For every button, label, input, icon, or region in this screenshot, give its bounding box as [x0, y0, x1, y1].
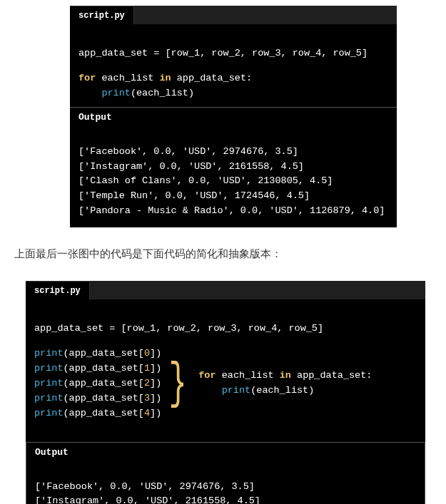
- code-text: (app_data_set[: [64, 348, 144, 359]
- code-text: ]): [150, 363, 161, 374]
- tab-script-2[interactable]: script.py: [26, 281, 90, 299]
- output-line: ['Pandora - Music & Radio', 0.0, 'USD', …: [78, 205, 385, 216]
- index-literal: 0: [144, 348, 150, 359]
- output-body-2: ['Facebook', 0.0, 'USD', 2974676, 3.5] […: [26, 461, 425, 504]
- code-area-1: app_data_set = [row_1, row_2, row_3, row…: [70, 24, 397, 107]
- code-text: (app_data_set[: [64, 363, 144, 374]
- keyword-for: for: [198, 370, 216, 381]
- code-text: ]): [150, 393, 161, 403]
- output-line: ['Facebook', 0.0, 'USD', 2974676, 3.5]: [35, 481, 255, 492]
- code-text: ]): [150, 408, 161, 418]
- code-text: ]): [150, 348, 161, 359]
- keyword-in: in: [159, 73, 171, 83]
- loop-equivalent: for each_list in app_data_set: print(eac…: [198, 369, 372, 398]
- tab-bar: script.py: [70, 6, 397, 24]
- keyword-for: for: [78, 73, 96, 83]
- output-line: ['Facebook', 0.0, 'USD', 2974676, 3.5]: [78, 146, 298, 157]
- code-text: (app_data_set[: [64, 393, 144, 403]
- loop-var: each_list: [101, 73, 153, 83]
- code-text: (app_data_set[: [64, 378, 144, 389]
- tab-script[interactable]: script.py: [70, 6, 134, 24]
- index-literal: 4: [144, 408, 150, 418]
- fn-print: print: [34, 348, 64, 359]
- loop-var: each_list: [222, 370, 274, 381]
- loop-iterable: app_data_set:: [177, 73, 252, 83]
- code-text: (app_data_set[: [64, 408, 144, 418]
- brace-icon: }: [169, 363, 187, 406]
- fn-print: print: [34, 378, 64, 389]
- keyword-in: in: [280, 370, 291, 381]
- fn-print: print: [34, 363, 64, 374]
- fn-print: print: [34, 393, 64, 403]
- expanded-prints: print(app_data_set[0])print(app_data_set…: [34, 346, 161, 421]
- output-line: ['Instagram', 0.0, 'USD', 2161558, 4.5]: [35, 495, 260, 504]
- index-literal: 3: [144, 393, 150, 403]
- fn-print: print: [101, 88, 131, 98]
- index-literal: 1: [144, 363, 150, 374]
- code-line-assign: app_data_set = [row_1, row_2, row_3, row…: [78, 46, 388, 61]
- code-block-2: script.py app_data_set = [row_1, row_2, …: [26, 281, 425, 504]
- output-line: ['Instagram', 0.0, 'USD', 2161558, 4.5]: [78, 161, 304, 172]
- output-header-1: Output: [70, 107, 397, 125]
- output-line: ['Temple Run', 0.0, 'USD', 1724546, 4.5]: [78, 190, 310, 201]
- output-body-1: ['Facebook', 0.0, 'USD', 2974676, 3.5] […: [70, 125, 397, 228]
- code-block-1: script.py app_data_set = [row_1, row_2, …: [70, 6, 397, 227]
- print-arg: (each_list): [131, 88, 194, 98]
- output-header-2: Output: [26, 442, 425, 461]
- code-text: ]): [150, 378, 161, 389]
- loop-iterable: app_data_set:: [297, 370, 372, 381]
- code-area-2: app_data_set = [row_1, row_2, row_3, row…: [26, 299, 425, 441]
- index-literal: 2: [144, 378, 150, 389]
- print-arg: (each_list): [250, 385, 314, 396]
- paragraph-text: 上面最后一张图中的代码是下面代码的简化和抽象版本：: [14, 247, 446, 261]
- output-line: ['Clash of Clans', 0.0, 'USD', 2130805, …: [78, 175, 333, 186]
- code-line-assign-2: app_data_set = [row_1, row_2, row_3, row…: [34, 322, 417, 336]
- tab-bar-2: script.py: [26, 281, 425, 299]
- fn-print: print: [222, 385, 251, 396]
- fn-print: print: [34, 408, 64, 418]
